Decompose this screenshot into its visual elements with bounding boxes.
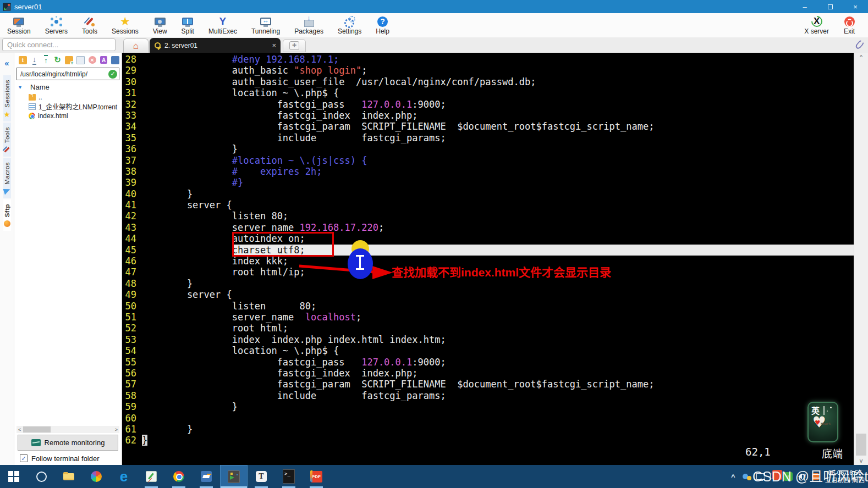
sidebar-horizontal-scrollbar[interactable]: < > bbox=[17, 426, 119, 433]
scroll-right-icon[interactable]: > bbox=[115, 427, 118, 432]
scroll-down-icon[interactable]: v bbox=[854, 457, 868, 464]
terminal[interactable]: 28 #deny 192.168.17.1;29 auth_basic "sho… bbox=[122, 53, 854, 465]
toolbar-packages-button[interactable]: Packages bbox=[287, 13, 331, 37]
vim-status-line: 62,1 底端 bbox=[122, 446, 854, 458]
line-number: 58 bbox=[122, 390, 142, 401]
sync-icon[interactable] bbox=[111, 56, 119, 64]
scrollbar-thumb[interactable] bbox=[23, 426, 51, 432]
explorer-icon bbox=[63, 470, 75, 483]
minimize-button[interactable]: – bbox=[792, 0, 817, 13]
line-number: 59 bbox=[122, 401, 142, 412]
sidebar-tab-label: Macros bbox=[4, 162, 10, 185]
upload-icon[interactable] bbox=[42, 56, 50, 64]
delete-icon[interactable] bbox=[88, 56, 96, 64]
terminal-line-49: 49 server { bbox=[122, 289, 854, 300]
toolbar-servers-button[interactable]: Servers bbox=[38, 13, 75, 37]
line-number: 32 bbox=[122, 99, 142, 110]
refresh-icon[interactable] bbox=[53, 56, 62, 64]
sftp-ball-icon bbox=[3, 220, 11, 228]
taskbar-pdf-button[interactable] bbox=[303, 465, 330, 488]
line-number: 62 bbox=[122, 435, 142, 446]
toolbar-session-button[interactable]: Session bbox=[0, 13, 38, 37]
new-folder-icon[interactable] bbox=[65, 56, 73, 64]
file-row[interactable]: .. bbox=[14, 92, 122, 102]
remote-monitoring-label: Remote monitoring bbox=[45, 439, 105, 447]
taskbar-editor-button[interactable] bbox=[138, 465, 165, 488]
sidebar-tab-strip: « SessionsToolsMacrosSftp bbox=[0, 53, 14, 465]
collapse-sidebar-button[interactable]: « bbox=[4, 58, 9, 68]
taskbar-typora-button[interactable] bbox=[248, 465, 275, 488]
taskbar-cmd-button[interactable] bbox=[275, 465, 303, 488]
tab-server01[interactable]: 2. server01 × bbox=[150, 38, 281, 53]
file-name: 1_企业架构之LNMP.torrent bbox=[39, 102, 117, 111]
sidebar-tab-macros[interactable]: Macros bbox=[3, 158, 11, 198]
taskbar-mobaxterm-button[interactable] bbox=[220, 465, 248, 488]
chevron-up-icon[interactable]: ^ bbox=[729, 472, 738, 481]
new-file-icon[interactable] bbox=[76, 56, 85, 64]
terminal-line-36: 36 } bbox=[122, 143, 854, 154]
rename-icon[interactable] bbox=[100, 56, 108, 64]
windows-taskbar: ^ 06-06 16:55 五月初四 周四 bbox=[0, 465, 868, 488]
scroll-up-icon[interactable]: ^ bbox=[854, 54, 868, 60]
toolbar-multiexec-button[interactable]: MultiExec bbox=[201, 13, 244, 37]
toolbar-exit-button[interactable]: Exit bbox=[836, 13, 862, 37]
sftp-toolbar bbox=[14, 53, 122, 67]
paperclip-icon[interactable] bbox=[854, 39, 865, 50]
toolbar-sessions-button[interactable]: Sessions bbox=[105, 13, 146, 37]
file-list-header[interactable]: ▾ Name bbox=[14, 81, 122, 92]
toolbar-label: Tools bbox=[82, 27, 97, 35]
taskbar-vmware-button[interactable] bbox=[193, 465, 220, 488]
toolbar-tools-button[interactable]: Tools bbox=[75, 13, 105, 37]
toolbar-tunneling-button[interactable]: Tunneling bbox=[244, 13, 287, 37]
taskbar-edge-button[interactable] bbox=[110, 465, 138, 488]
line-number: 48 bbox=[122, 278, 142, 289]
taskbar-explorer-button[interactable] bbox=[55, 465, 83, 488]
close-button[interactable]: × bbox=[843, 0, 868, 13]
taskbar-cortana-button[interactable] bbox=[28, 465, 55, 488]
toolbar-split-button[interactable]: Split bbox=[174, 13, 201, 37]
taskbar-chrome-button[interactable] bbox=[165, 465, 193, 488]
toolbar-help-button[interactable]: Help bbox=[369, 13, 397, 37]
mobaxterm-window: server01 – × SessionServersToolsSessions… bbox=[0, 0, 868, 488]
terminal-line-61: 61 } bbox=[122, 424, 854, 435]
sidebar-tab-label: Sftp bbox=[4, 204, 10, 217]
terminal-line-40: 40 } bbox=[122, 188, 854, 199]
remote-monitoring-button[interactable]: Remote monitoring bbox=[18, 435, 118, 451]
taskbar-start-button[interactable] bbox=[0, 465, 28, 488]
folder-up-icon[interactable] bbox=[19, 56, 27, 64]
new-tab-button[interactable] bbox=[283, 39, 306, 52]
terminal-scrollbar-thumb[interactable] bbox=[856, 434, 866, 456]
terminal-line-57: 57 fastcgi_param SCRIPT_FILENAME $docume… bbox=[122, 379, 854, 390]
quick-connect-input[interactable]: Quick connect... bbox=[2, 38, 116, 51]
maximize-button[interactable] bbox=[817, 0, 843, 13]
follow-terminal-label: Follow terminal folder bbox=[31, 454, 100, 463]
download-icon[interactable] bbox=[30, 56, 39, 64]
file-row[interactable]: index.html bbox=[14, 111, 122, 120]
terminal-scrollbar[interactable]: ^ v bbox=[854, 53, 868, 465]
toolbar-label: View bbox=[153, 27, 167, 35]
toolbar-x-server-button[interactable]: X server bbox=[797, 13, 836, 37]
star-icon bbox=[3, 110, 11, 118]
scroll-left-icon[interactable]: < bbox=[18, 427, 21, 432]
file-row[interactable]: 1_企业架构之LNMP.torrent bbox=[14, 102, 122, 111]
tab-close-icon[interactable]: × bbox=[272, 41, 276, 49]
toolbar-view-button[interactable]: View bbox=[146, 13, 174, 37]
csdn-watermark: CSDN @且听风吟tmj bbox=[752, 465, 868, 485]
toolbar-settings-button[interactable]: Settings bbox=[331, 13, 369, 37]
sidebar-tab-sessions[interactable]: Sessions bbox=[3, 75, 11, 121]
sidebar-tab-sftp[interactable]: Sftp bbox=[3, 199, 11, 231]
ime-sticker: 英 ♥ ♥ Heart bbox=[807, 402, 838, 442]
follow-terminal-checkbox[interactable]: ✓ bbox=[20, 454, 28, 462]
sftp-path-input[interactable]: /usr/local/nginx/html/ip/ bbox=[20, 70, 108, 78]
sidebar-tab-tools[interactable]: Tools bbox=[3, 123, 11, 157]
sftp-panel: /usr/local/nginx/html/ip/ ✓ ▾ Name ..1_企… bbox=[14, 53, 122, 465]
start-icon bbox=[8, 470, 20, 483]
terminal-line-33: 33 fastcgi_index index.php; bbox=[122, 110, 854, 121]
cloud-icon[interactable] bbox=[743, 472, 751, 481]
tab-home[interactable] bbox=[123, 38, 149, 53]
line-number: 61 bbox=[122, 424, 142, 435]
toolbar-label: Session bbox=[7, 27, 31, 35]
taskbar-media-button[interactable] bbox=[83, 465, 110, 488]
line-number: 44 bbox=[122, 233, 142, 244]
cursor-position: 62,1 bbox=[745, 446, 771, 458]
